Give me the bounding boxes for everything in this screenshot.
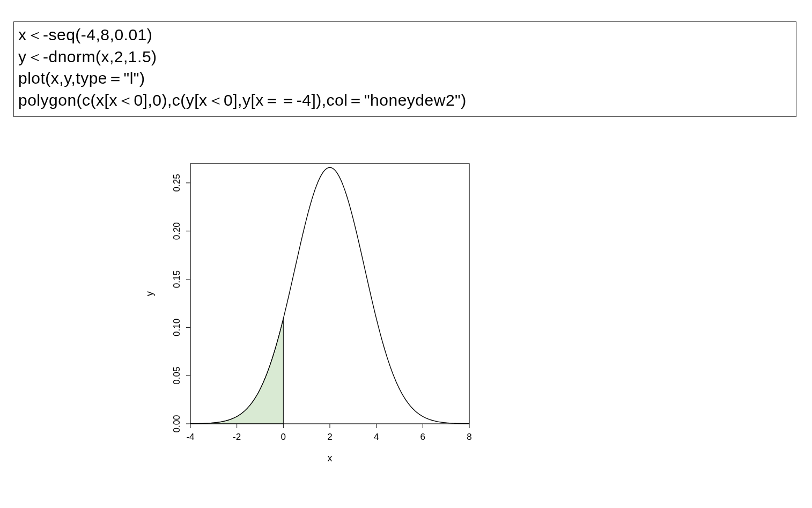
code-line-1: x＜-seq(-4,8,0.01) <box>18 24 792 46</box>
x-tick-label: 4 <box>374 432 379 442</box>
y-tick-label: 0.25 <box>172 174 182 192</box>
x-tick-label: -4 <box>186 432 194 442</box>
x-tick-label: 2 <box>327 432 332 442</box>
x-tick-label: 6 <box>420 432 425 442</box>
y-tick-label: 0.15 <box>172 270 182 288</box>
code-block: x＜-seq(-4,8,0.01) y＜-dnorm(x,2,1.5) plot… <box>13 21 796 117</box>
y-tick-label: 0.05 <box>172 367 182 385</box>
code-line-2: y＜-dnorm(x,2,1.5) <box>18 46 792 68</box>
shaded-region <box>190 319 283 424</box>
y-tick-label: 0.00 <box>172 415 182 432</box>
x-tick-label: -2 <box>233 432 241 442</box>
density-plot: -4-2024680.000.050.100.150.200.25xy <box>139 156 515 499</box>
x-tick-label: 0 <box>281 432 286 442</box>
y-tick-label: 0.20 <box>172 222 182 240</box>
x-tick-label: 8 <box>467 432 471 442</box>
density-curve <box>190 167 469 424</box>
x-axis-label: x <box>328 453 333 463</box>
y-tick-label: 0.10 <box>172 319 182 336</box>
code-line-4: polygon(c(x[x＜0],0),c(y[x＜0],y[x＝＝-4]),c… <box>18 90 792 112</box>
plot-box <box>190 164 469 424</box>
y-axis-label: y <box>144 291 155 296</box>
code-line-3: plot(x,y,type＝"l") <box>18 68 792 90</box>
plot-svg: -4-2024680.000.050.100.150.200.25xy <box>139 156 515 499</box>
